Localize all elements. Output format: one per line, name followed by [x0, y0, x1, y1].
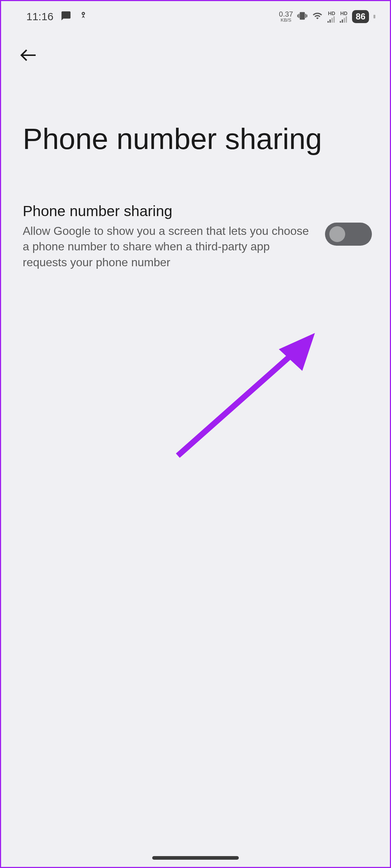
- setting-text-group: Phone number sharing Allow Google to sho…: [23, 203, 311, 270]
- status-bar-left: 11:16: [26, 10, 88, 23]
- battery-indicator: 86: [352, 10, 369, 23]
- setting-description: Allow Google to show you a screen that l…: [23, 223, 311, 270]
- svg-rect-4: [334, 16, 335, 23]
- navigation-handle[interactable]: [152, 856, 239, 860]
- svg-rect-1: [328, 21, 329, 22]
- arrow-left-icon: [19, 46, 37, 64]
- phone-number-sharing-toggle[interactable]: [325, 223, 372, 246]
- data-speed-indicator: 0.37 KB/S: [279, 10, 293, 22]
- annotation-arrow-icon: [160, 329, 340, 474]
- toggle-thumb: [329, 226, 345, 242]
- status-bar: 11:16 0.37 KB/S HD: [1, 1, 390, 28]
- status-bar-right: 0.37 KB/S HD HD: [279, 10, 375, 23]
- setting-row[interactable]: Phone number sharing Allow Google to sho…: [1, 156, 390, 270]
- svg-marker-12: [279, 333, 315, 371]
- wifi-icon: [312, 11, 323, 22]
- svg-rect-3: [331, 18, 333, 22]
- setting-title: Phone number sharing: [23, 203, 311, 220]
- svg-rect-5: [340, 21, 341, 22]
- signal-indicator-1: HD: [328, 10, 335, 23]
- page-title: Phone number sharing: [1, 68, 390, 156]
- signal-indicator-2: HD: [340, 10, 348, 23]
- battery-tip-icon: [373, 13, 375, 20]
- svg-line-11: [178, 344, 304, 456]
- svg-point-0: [82, 12, 85, 15]
- back-button[interactable]: [16, 43, 41, 68]
- vibrate-icon: [297, 11, 307, 22]
- status-time: 11:16: [26, 10, 53, 23]
- svg-rect-6: [342, 19, 343, 23]
- location-icon: [79, 10, 88, 23]
- svg-rect-8: [346, 16, 347, 23]
- svg-rect-9: [374, 15, 375, 18]
- svg-rect-2: [330, 19, 331, 23]
- chat-icon: [61, 10, 71, 23]
- svg-rect-7: [344, 18, 345, 22]
